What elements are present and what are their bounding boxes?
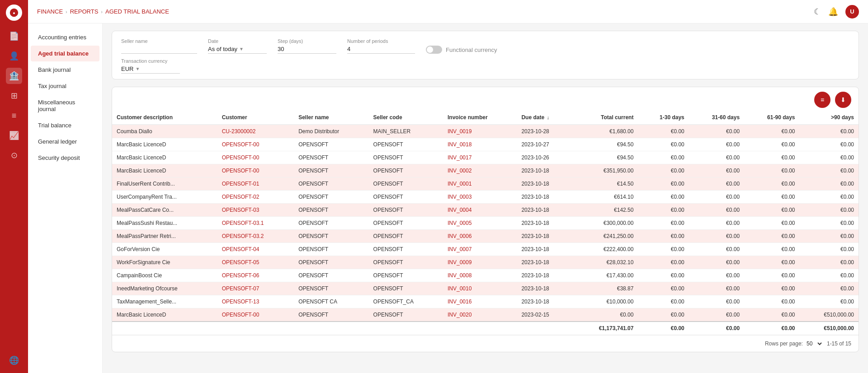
cell-invoice[interactable]: INV_0019 — [443, 125, 517, 138]
table-row: WorkForSignature CieOPENSOFT-05OPENSOFTO… — [112, 256, 859, 269]
grid-icon[interactable]: ⊞ — [6, 88, 22, 104]
cell-customer[interactable]: OPENSOFT-05 — [217, 256, 294, 269]
nav-trial-balance[interactable]: Trial balance — [31, 117, 99, 133]
date-dropdown-arrow[interactable]: ▼ — [239, 47, 244, 51]
cell-customer[interactable]: OPENSOFT-03 — [217, 204, 294, 217]
table-row: UserCompanyRent Tra...OPENSOFT-02OPENSOF… — [112, 191, 859, 204]
cell-due-date: 2023-10-28 — [517, 125, 572, 138]
cell-customer-desc: CampainBoost Cie — [112, 269, 217, 282]
globe-icon[interactable]: 🌐 — [6, 352, 22, 368]
cell-total-current: €614.10 — [572, 191, 638, 204]
cell-seller-code: OPENSOFT — [369, 269, 443, 282]
cell-customer[interactable]: OPENSOFT-00 — [217, 151, 294, 164]
cell-61-90: €0.00 — [744, 217, 799, 230]
cell-invoice[interactable]: INV_0008 — [443, 269, 517, 282]
transaction-currency-arrow[interactable]: ▼ — [135, 66, 140, 71]
cell-invoice[interactable]: INV_0003 — [443, 191, 517, 204]
cell-customer-desc: UserCompanyRent Tra... — [112, 191, 217, 204]
cell-invoice[interactable]: INV_0017 — [443, 151, 517, 164]
cell-invoice[interactable]: INV_0007 — [443, 243, 517, 256]
cell-customer[interactable]: OPENSOFT-03.1 — [217, 217, 294, 230]
breadcrumb-sep-2: › — [101, 9, 103, 14]
cell-customer-desc: IneedMarketing Ofcourse — [112, 282, 217, 295]
cell-invoice[interactable]: INV_0020 — [443, 308, 517, 322]
cell-customer[interactable]: OPENSOFT-01 — [217, 177, 294, 191]
cell-31-60: €0.00 — [689, 138, 744, 151]
cell-invoice[interactable]: INV_0004 — [443, 204, 517, 217]
cell-customer[interactable]: OPENSOFT-04 — [217, 243, 294, 256]
date-value: As of today — [208, 46, 237, 52]
cell-due-date: 2023-10-18 — [517, 204, 572, 217]
nav-aged-trial-balance[interactable]: Aged trial balance — [31, 46, 99, 61]
filter-action-button[interactable]: ≡ — [814, 92, 830, 108]
cell-31-60: €0.00 — [689, 164, 744, 177]
cell-31-60: €0.00 — [689, 282, 744, 295]
cell-1-30: €0.00 — [638, 204, 689, 217]
cell-1-30: €0.00 — [638, 256, 689, 269]
cell-customer[interactable]: OPENSOFT-07 — [217, 282, 294, 295]
document-icon[interactable]: 📄 — [6, 28, 22, 44]
cell-invoice[interactable]: INV_0002 — [443, 164, 517, 177]
nav-general-ledger[interactable]: General ledger — [31, 134, 99, 149]
col-61-90-days: 61-90 days — [744, 111, 799, 125]
nav-tax-journal[interactable]: Tax journal — [31, 78, 99, 94]
breadcrumb-reports[interactable]: REPORTS — [70, 8, 99, 15]
cell-90plus: €0.00 — [800, 125, 859, 138]
periods-input[interactable] — [347, 46, 415, 52]
nav-bank-journal[interactable]: Bank journal — [31, 62, 99, 78]
breadcrumb-finance[interactable]: FINANCE — [37, 8, 63, 15]
cell-invoice[interactable]: INV_0001 — [443, 177, 517, 191]
cell-seller-name: OPENSOFT — [294, 230, 368, 243]
cell-1-30: €0.00 — [638, 308, 689, 322]
functional-currency-toggle[interactable] — [426, 46, 442, 54]
cell-customer[interactable]: OPENSOFT-13 — [217, 295, 294, 308]
nav-security-deposit[interactable]: Security deposit — [31, 150, 99, 166]
cell-invoice[interactable]: INV_0005 — [443, 217, 517, 230]
cell-customer[interactable]: OPENSOFT-00 — [217, 138, 294, 151]
cell-invoice[interactable]: INV_0018 — [443, 138, 517, 151]
chart-icon[interactable]: 📈 — [6, 127, 22, 144]
cell-customer[interactable]: OPENSOFT-00 — [217, 164, 294, 177]
col-due-date[interactable]: Due date ↓ — [517, 111, 572, 125]
cell-invoice[interactable]: INV_0016 — [443, 295, 517, 308]
cell-invoice[interactable]: INV_0009 — [443, 256, 517, 269]
moon-icon[interactable]: ☾ — [814, 7, 821, 17]
cell-customer[interactable]: OPENSOFT-02 — [217, 191, 294, 204]
nav-accounting-entries[interactable]: Accounting entries — [31, 29, 99, 45]
cell-61-90: €0.00 — [744, 191, 799, 204]
people-icon[interactable]: 👤 — [6, 48, 22, 64]
breadcrumb: FINANCE › REPORTS › AGED TRIAL BALANCE — [37, 8, 169, 15]
cell-90plus: €0.00 — [800, 138, 859, 151]
cell-90plus: €0.00 — [800, 282, 859, 295]
cell-total-current: €14.50 — [572, 177, 638, 191]
app-logo[interactable]: ● — [6, 5, 22, 21]
cell-due-date: 2023-10-27 — [517, 138, 572, 151]
layers-icon[interactable]: ⊙ — [6, 147, 22, 163]
cell-1-30: €0.00 — [638, 125, 689, 138]
cell-customer[interactable]: OPENSOFT-00 — [217, 308, 294, 322]
cell-customer-desc: TaxManagement_Selle... — [112, 295, 217, 308]
user-avatar[interactable]: U — [845, 5, 859, 19]
list-icon[interactable]: ≡ — [6, 107, 22, 124]
cell-due-date: 2023-10-18 — [517, 191, 572, 204]
cell-invoice[interactable]: INV_0006 — [443, 230, 517, 243]
seller-name-input[interactable] — [121, 46, 197, 52]
step-input[interactable] — [278, 46, 332, 52]
cell-31-60: €0.00 — [689, 243, 744, 256]
table-row: MarcBasic LicenceDOPENSOFT-00OPENSOFTOPE… — [112, 138, 859, 151]
cell-90plus: €0.00 — [800, 151, 859, 164]
nav-misc-journal[interactable]: Miscellaneous journal — [31, 94, 99, 117]
cell-customer[interactable]: OPENSOFT-06 — [217, 269, 294, 282]
cell-seller-code: OPENSOFT — [369, 282, 443, 295]
pagination-range: 1-15 of 15 — [827, 340, 851, 347]
cell-customer[interactable]: CU-23000002 — [217, 125, 294, 138]
transaction-currency-label: Transaction currency — [121, 58, 180, 64]
cell-90plus: €0.00 — [800, 204, 859, 217]
cell-total-current: €0.00 — [572, 308, 638, 322]
cell-invoice[interactable]: INV_0010 — [443, 282, 517, 295]
rows-per-page-select[interactable]: 50 25 100 — [805, 340, 823, 347]
bank-icon[interactable]: 🏦 — [6, 68, 22, 84]
bell-icon[interactable]: 🔔 — [828, 7, 838, 17]
cell-customer[interactable]: OPENSOFT-03.2 — [217, 230, 294, 243]
download-action-button[interactable]: ⬇ — [835, 92, 851, 108]
